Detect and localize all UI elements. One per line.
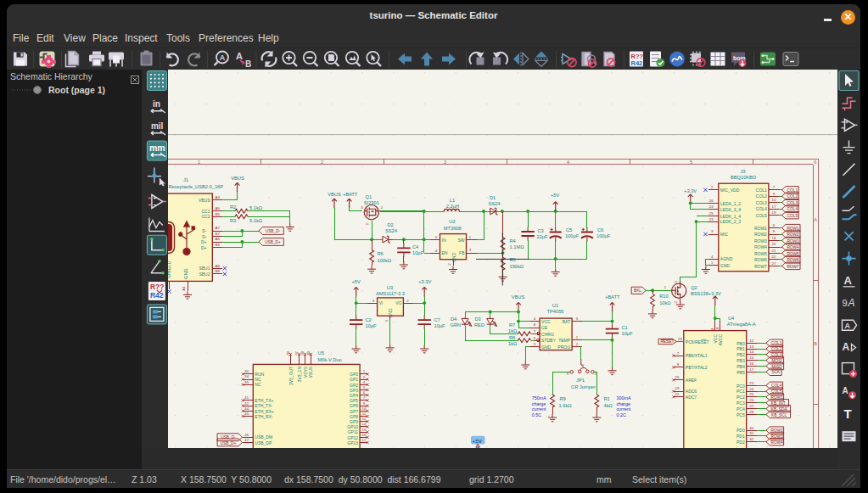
svg-text:0.5C: 0.5C (532, 412, 541, 417)
svg-text:+5V: +5V (473, 438, 483, 444)
svg-text:+BATT: +BATT (343, 192, 358, 197)
svg-text:GP13: GP13 (347, 440, 358, 445)
svg-text:10µF: 10µF (434, 323, 446, 328)
svg-text:PC2: PC2 (736, 395, 745, 400)
svg-text:PC5: PC5 (736, 412, 745, 417)
svg-text:45: 45 (244, 412, 249, 416)
svg-text:ETH_RX+: ETH_RX+ (255, 409, 274, 414)
svg-text:Receptacle_USB2.0_16P: Receptacle_USB2.0_16P (169, 184, 224, 189)
svg-text:A: A (843, 341, 850, 353)
svg-text:ROW5: ROW5 (754, 251, 767, 256)
svg-text:A: A (848, 297, 855, 309)
svg-text:ADC7: ADC7 (686, 395, 697, 400)
svg-text:300mA: 300mA (616, 395, 630, 401)
svg-text:ETH_TX-: ETH_TX- (255, 403, 272, 408)
svg-text:10µF: 10µF (366, 323, 378, 328)
svg-text:28: 28 (749, 410, 753, 414)
svg-text:10µF: 10µF (412, 250, 424, 255)
svg-text:ROW1: ROW1 (787, 227, 799, 231)
svg-text:D-: D- (202, 234, 207, 239)
svg-text:ROW2: ROW2 (754, 232, 767, 237)
svg-text:VBUS: VBUS (512, 294, 525, 300)
svg-text:B: B (814, 341, 817, 346)
svg-text:PC1: PC1 (736, 389, 745, 394)
svg-text:R10: R10 (659, 294, 668, 299)
svg-text:22: 22 (771, 255, 776, 259)
svg-text:J3: J3 (740, 169, 745, 174)
svg-text:3V3_OUT: 3V3_OUT (288, 367, 294, 385)
svg-text:in: in (153, 99, 160, 109)
svg-text:U5: U5 (318, 350, 324, 356)
svg-text:100µF: 100µF (596, 233, 611, 238)
svg-text:PB1: PB1 (736, 346, 745, 351)
svg-text:SBU1: SBU1 (199, 266, 210, 271)
svg-text:10: 10 (771, 198, 776, 202)
svg-text:14: 14 (362, 422, 367, 426)
svg-text:17: 17 (362, 438, 367, 442)
svg-text:29: 29 (678, 337, 682, 341)
svg-text:EN: EN (442, 250, 448, 255)
svg-text:19: 19 (771, 210, 776, 215)
svg-text:16: 16 (749, 361, 753, 366)
svg-text:PB6/XTAL1: PB6/XTAL1 (686, 353, 708, 358)
svg-text:12: 12 (362, 417, 367, 421)
svg-text:RESET: RESET (660, 339, 674, 344)
svg-text:AMS1117-3.3: AMS1117-3.3 (376, 291, 405, 296)
svg-text:VCC: VCC (541, 319, 551, 324)
svg-text:34: 34 (244, 374, 249, 378)
svg-text:47: 47 (244, 438, 249, 442)
svg-text:ROW4: ROW4 (770, 440, 783, 445)
svg-text:GND: GND (541, 345, 552, 350)
svg-text:ROW2: ROW2 (787, 232, 799, 237)
svg-text:46: 46 (244, 433, 249, 437)
svg-text:5: 5 (690, 160, 692, 165)
svg-text:GP7: GP7 (350, 409, 358, 414)
svg-text:MIC: MIC (720, 232, 729, 237)
svg-text:9: 9 (843, 298, 848, 308)
svg-text:A: A (843, 386, 848, 395)
svg-text:CR Jumper: CR Jumper (571, 384, 596, 389)
svg-text:FB: FB (459, 250, 465, 255)
svg-text:current: current (616, 406, 630, 412)
svg-text:AREF: AREF (686, 378, 697, 383)
svg-text:23: 23 (749, 381, 753, 385)
svg-text:R1: R1 (604, 396, 610, 401)
svg-text:A1: A1 (182, 286, 186, 291)
svg-text:PC6/RESET: PC6/RESET (686, 339, 709, 345)
svg-text:19: 19 (675, 386, 680, 390)
svg-text:+3.3V: +3.3V (684, 188, 697, 193)
svg-text:D-: D- (202, 228, 207, 233)
svg-text:26: 26 (749, 398, 753, 402)
svg-text:COL1: COL1 (787, 188, 798, 193)
svg-text:GND: GND (720, 263, 731, 268)
svg-text:GP9: GP9 (350, 419, 358, 424)
svg-text:SS24: SS24 (385, 228, 397, 233)
svg-text:SS24: SS24 (488, 201, 500, 206)
svg-text:ROW1: ROW1 (754, 226, 767, 231)
svg-text:PD0: PD0 (736, 428, 745, 433)
svg-text:A: A (814, 217, 817, 222)
svg-text:SI2301: SI2301 (364, 200, 379, 205)
svg-text:4kΩ: 4kΩ (604, 403, 613, 408)
svg-text:USB_DM: USB_DM (255, 434, 272, 440)
svg-text:5.1kΩ: 5.1kΩ (249, 205, 262, 210)
svg-text:GP12: GP12 (347, 435, 358, 440)
svg-text:4: 4 (567, 160, 569, 165)
svg-text:ROW4: ROW4 (754, 244, 767, 249)
svg-text:17: 17 (771, 204, 776, 209)
svg-text:U3: U3 (387, 285, 393, 290)
svg-text:18: 18 (771, 236, 776, 240)
svg-text:PB3: PB3 (736, 358, 745, 363)
svg-text:ROW3: ROW3 (787, 239, 799, 244)
svg-text:R9: R9 (560, 396, 566, 401)
svg-text:ROW3: ROW3 (754, 238, 767, 244)
svg-text:3V3_EN: 3V3_EN (297, 366, 302, 382)
svg-text:ATmega8A-A: ATmega8A-A (727, 322, 756, 327)
svg-text:SBU2: SBU2 (199, 272, 210, 277)
svg-text:R5: R5 (510, 257, 516, 262)
svg-text:A8: A8 (216, 264, 221, 268)
svg-text:+3.3V: +3.3V (418, 279, 431, 284)
svg-text:20: 20 (771, 242, 776, 246)
svg-text:D2: D2 (388, 222, 394, 227)
svg-text:U2: U2 (449, 219, 455, 224)
